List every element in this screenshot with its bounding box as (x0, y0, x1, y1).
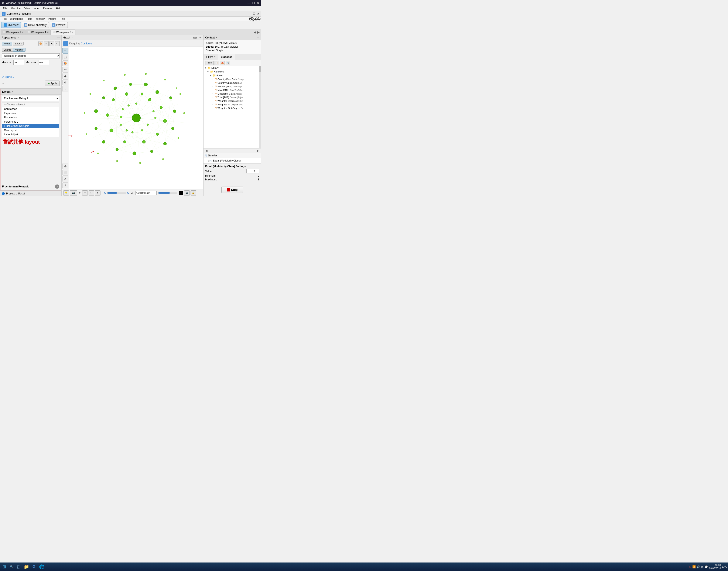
layout-minimize[interactable]: — (57, 90, 59, 93)
layout-item-contraction[interactable]: Contraction (2, 107, 59, 111)
light-tool[interactable]: 💡 (63, 191, 69, 196)
unique-tab[interactable]: Unique (2, 48, 13, 51)
vm-menu-view[interactable]: View (23, 7, 32, 10)
text-tool-T[interactable]: T (82, 191, 88, 196)
layout-item-fruchterman[interactable]: Fruchterman Reingold (2, 124, 59, 128)
close-btn[interactable]: ✕ (257, 1, 259, 5)
overview-btn[interactable]: 🌐 Overview (1, 22, 21, 28)
ws-tab-1-close[interactable]: ✕ (22, 31, 24, 33)
context-close[interactable]: ✕ (215, 36, 217, 39)
tree-item-total[interactable]: · ▽ Total [TOT] Double (Edge (203, 95, 261, 99)
workspace-tab-1[interactable]: ⬜ Workspace 1 ✕ (1, 29, 25, 35)
layout-dropdown[interactable]: Fruchterman Reingold (2, 96, 59, 101)
layout-item-geo[interactable]: Geo Layout (2, 128, 59, 132)
tree-item-country-origin[interactable]: · ▽ Country Origin Code Str (203, 81, 261, 85)
text-size-tool[interactable]: A (62, 182, 68, 188)
filters-tab[interactable]: Filters ✕ (203, 54, 219, 60)
font-size-plus[interactable]: A- (127, 192, 130, 195)
maximize-btn[interactable]: ❐ (252, 1, 255, 5)
node-tool[interactable]: ◆ (62, 73, 68, 79)
graph-nav-left[interactable]: ◀ (192, 36, 194, 39)
value-input[interactable] (247, 169, 259, 174)
graph-minimize[interactable]: ▼ (199, 36, 201, 39)
select-tool[interactable]: ↖ (62, 47, 68, 53)
gephi-menu-plugins[interactable]: Plugins (46, 17, 58, 21)
rect-select-tool[interactable]: ⬚ (62, 54, 68, 60)
tree-item-country-dest[interactable]: · ▽ Country Dest Code String (203, 77, 261, 81)
layout-item-forceatlas[interactable]: Force Atlas (2, 115, 59, 120)
edge-tool[interactable]: ✏ (62, 67, 68, 73)
tree-item-weighted-degree[interactable]: · ▽ Weighted Degree Double (203, 99, 261, 103)
apply-button[interactable]: ▶ Apply (45, 81, 60, 86)
appearance-minimize[interactable]: — (57, 36, 60, 39)
vm-menu-input[interactable]: Input (32, 7, 41, 10)
statistics-tab[interactable]: Statistics (219, 54, 235, 60)
preview-btn[interactable]: ▣ Preview (50, 22, 68, 28)
color-icon-btn[interactable]: 🎨 (38, 41, 43, 46)
tree-library[interactable]: ▼ 📁 Library (203, 66, 261, 70)
reset-icon-btn[interactable]: ↩ (44, 41, 49, 46)
tree-item-female[interactable]: · ▽ Female [FEM] Double (E (203, 85, 261, 88)
gephi-close-btn[interactable]: ✕ (257, 12, 259, 15)
tree-item-male[interactable]: · ▽ Male [MAL] Double (Edge (203, 88, 261, 92)
screenshot-btn2[interactable]: 📷 (184, 191, 190, 196)
ws-nav-right[interactable]: ▶ (257, 30, 260, 34)
text-icon-btn[interactable]: A (49, 41, 54, 46)
graph-tab-close[interactable]: ✕ (71, 36, 73, 39)
ws-tab-4-close[interactable]: ✕ (47, 31, 49, 33)
tree-item-weighted-in[interactable]: · ▽ Weighted In-Degree Dou (203, 103, 261, 106)
gephi-menu-tools[interactable]: Tools (24, 17, 34, 21)
rect-select-tool2[interactable]: ⬜ (62, 169, 68, 176)
graph-nav-right[interactable]: ▶ (195, 36, 198, 39)
gephi-minimize-btn[interactable]: — (249, 12, 251, 15)
stats-export-btn[interactable]: 📋 (214, 61, 219, 65)
stop-button[interactable]: Stop (222, 187, 243, 193)
presets-link[interactable]: Presets... (6, 192, 17, 195)
attribute-tab[interactable]: Attribute (13, 48, 25, 51)
query-equal-modularity[interactable]: ⊞ ▽ Equal (Modularity Class) (208, 159, 259, 162)
color-picker[interactable] (179, 191, 183, 195)
layout-item-expansion[interactable]: Expansion (2, 111, 59, 115)
vm-menu-file[interactable]: File (1, 7, 9, 10)
presets-reset[interactable]: Reset (18, 192, 25, 195)
context-minimize[interactable]: — (257, 36, 259, 39)
configure-link[interactable]: Configure (81, 42, 92, 45)
stats-reset-btn[interactable]: Reset (205, 61, 214, 65)
scroll-left[interactable]: ◀ (205, 149, 207, 152)
run-layout-btn[interactable]: ● (55, 185, 59, 189)
spline-link[interactable]: ↗ Spline... (2, 76, 14, 79)
zoom-in-tool[interactable]: ⊕ (62, 163, 68, 169)
lock-btn[interactable]: 🔒 (190, 191, 196, 196)
layout-item-label-adjust[interactable]: Label Adjust (2, 132, 59, 137)
min-size-input[interactable] (13, 60, 24, 65)
ws-tab-5-close[interactable]: ✕ (72, 31, 74, 33)
text-label-tool[interactable]: A (62, 176, 68, 182)
font-slider[interactable] (107, 192, 126, 194)
select-box[interactable]: ⬚ (89, 191, 94, 196)
layout-item-forceatlas2[interactable]: ForceAtlas 2 (2, 120, 59, 124)
vm-menu-help[interactable]: Help (54, 7, 63, 10)
appearance-tab-close[interactable]: ✕ (17, 36, 19, 39)
right-panel-minimize[interactable]: — (256, 55, 259, 59)
tree-equal[interactable]: ▼ 📁 Equal (203, 74, 261, 77)
attribute-dropdown[interactable]: Weighted In-Degree (2, 53, 60, 59)
workspace-tab-4[interactable]: ⬜ Workspace 4 ✕ (26, 29, 50, 35)
scroll-right[interactable]: ▶ (257, 149, 259, 152)
minimize-btn[interactable]: — (248, 1, 251, 5)
paint-tool[interactable]: 🎨 (62, 61, 68, 66)
ws-nav-left[interactable]: ◀ (253, 30, 257, 34)
gephi-menu-window[interactable]: Window (34, 17, 46, 21)
tree-attributes[interactable]: ▼ 📁 Attributes (203, 70, 261, 74)
size-icon-btn[interactable]: A↕ (55, 41, 60, 46)
gephi-menu-help[interactable]: Help (58, 17, 67, 21)
layout-tab-close[interactable]: ✕ (11, 91, 13, 93)
text-T2[interactable]: T (95, 191, 101, 196)
settings-tool[interactable]: ⚙ (62, 80, 68, 86)
nodes-tab[interactable]: Nodes (2, 42, 12, 45)
font-input[interactable] (135, 191, 157, 195)
vm-menu-machine[interactable]: Machine (9, 7, 22, 10)
max-size-input[interactable] (38, 60, 49, 65)
gephi-menu-file[interactable]: File (1, 17, 8, 21)
tree-item-modularity[interactable]: · ▽ Modularity Class Integer (203, 92, 261, 95)
workspace-tab-5[interactable]: ⬜ Workspace 5 ✕ (51, 29, 76, 35)
